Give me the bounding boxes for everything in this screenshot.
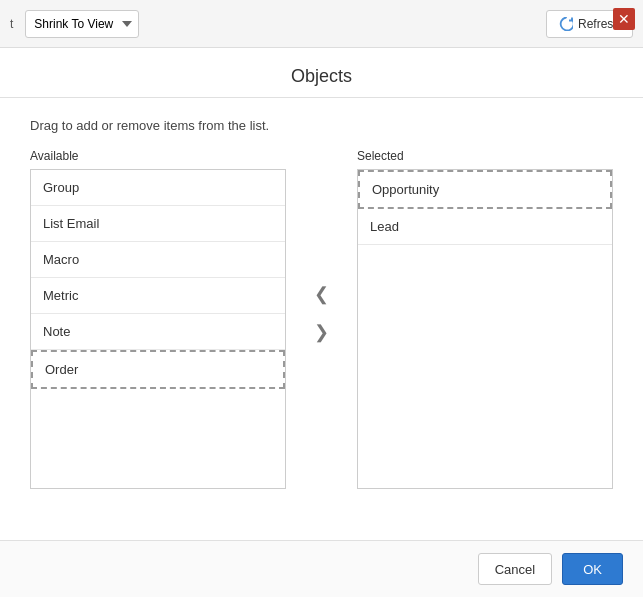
toolbar: t Shrink To View Refresh ✕ [0, 0, 643, 48]
shrink-to-view-select[interactable]: Shrink To View [25, 10, 139, 38]
selected-item-lead[interactable]: Lead [358, 209, 612, 245]
available-column: Available Group List Email Macro Metric … [30, 149, 286, 489]
close-button[interactable]: ✕ [613, 8, 635, 30]
list-item[interactable]: Macro [31, 242, 285, 278]
list-item[interactable]: Group [31, 170, 285, 206]
list-item-order[interactable]: Order [31, 350, 285, 389]
selected-empty-area [358, 245, 612, 445]
refresh-icon [559, 17, 573, 31]
modal-body: Drag to add or remove items from the lis… [0, 98, 643, 540]
selected-column: Selected Opportunity Lead [357, 149, 613, 489]
move-right-button[interactable]: ❯ [306, 317, 337, 347]
available-label: Available [30, 149, 286, 163]
move-left-button[interactable]: ❮ [306, 279, 337, 309]
list-item[interactable]: Note [31, 314, 285, 350]
list-item[interactable]: List Email [31, 206, 285, 242]
list-item[interactable]: Metric [31, 278, 285, 314]
columns: Available Group List Email Macro Metric … [30, 149, 613, 489]
toolbar-label: t [10, 17, 13, 31]
modal-title: Objects [0, 66, 643, 87]
ok-button[interactable]: OK [562, 553, 623, 585]
modal-title-bar: Objects [0, 48, 643, 98]
available-list: Group List Email Macro Metric Note Order [30, 169, 286, 489]
selected-item-opportunity[interactable]: Opportunity [358, 170, 612, 209]
instructions: Drag to add or remove items from the lis… [30, 118, 613, 133]
arrows-column: ❮ ❯ [286, 279, 357, 347]
objects-modal: t Shrink To View Refresh ✕ Objects Drag … [0, 0, 643, 597]
modal-footer: Cancel OK [0, 540, 643, 597]
selected-list: Opportunity Lead [357, 169, 613, 489]
cancel-button[interactable]: Cancel [478, 553, 552, 585]
selected-label: Selected [357, 149, 613, 163]
